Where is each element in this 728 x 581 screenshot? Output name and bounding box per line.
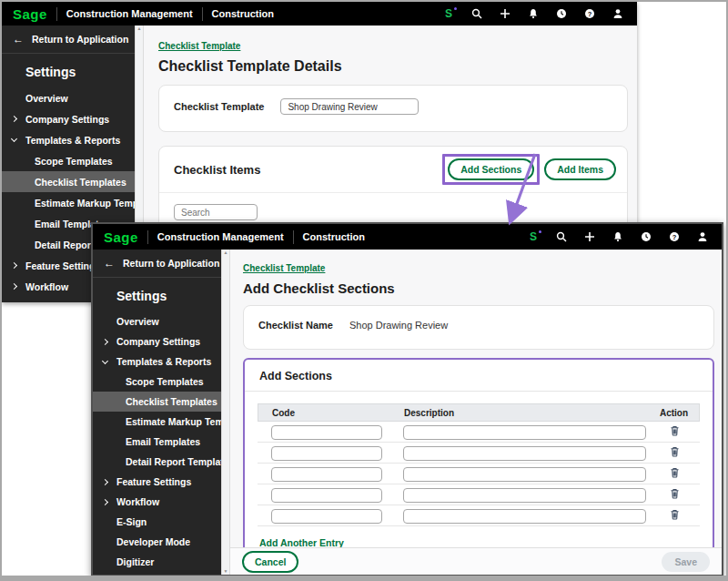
sidebar-item-email-templates[interactable]: Email Templates [93,432,221,452]
account-icon[interactable] [696,230,709,243]
page-title: Add Checklist Sections [243,280,714,296]
table-row [258,464,700,484]
account-icon[interactable] [612,7,624,20]
field-label: Checklist Template [174,101,264,112]
sidebar-item-estimate-markup-templates[interactable]: Estimate Markup Templates [2,192,135,213]
sidebar-item-scope-templates[interactable]: Scope Templates [93,372,221,392]
chevron-right-icon [11,262,17,269]
history-icon[interactable] [640,230,652,243]
sidebar-title: Settings [93,278,221,311]
column-header-action: Action [649,408,699,418]
add-sections-button[interactable]: Add Sections [448,158,534,180]
description-input[interactable] [403,425,646,440]
sidebar-item-e-sign[interactable]: E-Sign [93,512,221,532]
description-input[interactable] [403,446,646,461]
sidebar-item-estimate-markup-templates[interactable]: Estimate Markup Templates [93,412,221,432]
chevron-down-icon [11,136,17,142]
sidebar-item-label: Workflow [116,496,159,507]
module-name[interactable]: Construction [212,8,274,19]
breadcrumb[interactable]: Checklist Template [158,41,240,51]
chevron-right-icon [102,338,108,344]
trash-icon [670,425,680,439]
sidebar-item-company-settings[interactable]: Company Settings [2,108,135,129]
sidebar-item-overview[interactable]: Overview [93,311,221,331]
notifications-icon[interactable] [527,7,540,20]
sage-copilot-icon[interactable]: S [527,230,540,243]
divider [147,230,148,244]
sidebar-item-checklist-templates[interactable]: Checklist Templates [2,171,135,192]
search-icon[interactable] [555,230,568,243]
description-input[interactable] [403,509,646,524]
add-icon[interactable] [583,230,596,243]
front-sidebar-list: OverviewCompany SettingsTemplates & Repo… [93,311,221,572]
code-input[interactable] [271,425,382,440]
description-input[interactable] [403,467,646,482]
delete-row-button[interactable] [670,446,680,460]
cancel-button[interactable]: Cancel [242,551,298,573]
column-header-code: Code [258,408,404,418]
sidebar-item-templates-reports[interactable]: Templates & Reports [93,352,221,372]
sidebar-item-label: Templates & Reports [25,135,120,146]
sidebar-item-label: Digitizer [116,556,154,567]
code-input[interactable] [271,467,382,482]
return-label: Return to Application [123,258,219,269]
sidebar-item-templates-reports[interactable]: Templates & Reports [2,129,135,150]
sidebar-item-label: Scope Templates [35,156,113,167]
help-icon[interactable]: ? [583,7,596,20]
sidebar-item-scope-templates[interactable]: Scope Templates [2,150,135,171]
table-row [258,443,700,464]
sidebar-item-label: Scope Templates [126,376,204,387]
delete-row-button[interactable] [670,488,680,502]
search-input[interactable] [174,204,258,220]
module-name[interactable]: Construction [303,231,365,242]
return-to-application[interactable]: ← Return to Application [2,25,135,54]
save-button[interactable]: Save [662,552,710,572]
page-title: Checklist Template Details [158,58,628,75]
sage-logo: Sage [13,6,47,22]
add-items-button[interactable]: Add Items [544,158,616,180]
trash-icon [670,488,680,502]
sage-copilot-icon[interactable]: S [442,7,455,20]
breadcrumb[interactable]: Checklist Template [243,263,325,273]
sidebar-item-detail-report-templates[interactable]: Detail Report Templates [93,452,221,472]
trash-icon [670,509,680,523]
description-input[interactable] [403,488,646,503]
checklist-name-value: Shop Drawing Review [349,320,448,331]
divider [293,230,294,244]
add-icon[interactable] [499,7,511,20]
help-icon[interactable]: ? [668,230,681,243]
sidebar-item-company-settings[interactable]: Company Settings [93,331,221,352]
sidebar-item-label: Checklist Templates [35,177,126,188]
code-input[interactable] [271,509,382,524]
checklist-template-input[interactable] [280,98,419,115]
history-icon[interactable] [555,7,568,20]
svg-text:?: ? [672,233,677,241]
code-input[interactable] [271,446,382,461]
delete-row-button[interactable] [670,425,680,439]
sidebar-item-label: Detail Report Templates [126,456,221,467]
top-bar: Sage Construction Management Constructio… [93,224,722,250]
sidebar-item-label: Overview [25,93,68,104]
sidebar-item-overview[interactable]: Overview [2,87,135,108]
sidebar-item-checklist-templates[interactable]: Checklist Templates [93,392,221,412]
notifications-icon[interactable] [612,230,624,243]
sidebar-scrollbar[interactable]: ▲▼ [221,250,230,575]
sidebar-item-feature-settings[interactable]: Feature Settings [93,472,221,492]
sidebar-item-developer-mode[interactable]: Developer Mode [93,532,221,552]
topbar-icons: S ? [527,230,713,243]
code-input[interactable] [271,488,382,503]
sidebar-item-label: Developer Mode [116,536,190,547]
return-to-application[interactable]: ← Return to Application [93,250,221,278]
sidebar-item-workflow[interactable]: Workflow [93,492,221,512]
chevron-right-icon [102,498,108,505]
sections-table: Code Description Action [258,403,700,526]
delete-row-button[interactable] [670,509,680,523]
search-icon[interactable] [470,7,483,20]
product-name: Construction Management [66,8,193,19]
delete-row-button[interactable] [670,467,680,481]
sidebar-title: Settings [2,54,135,87]
table-row [258,484,700,505]
sidebar-item-digitizer[interactable]: Digitizer [93,552,221,572]
sidebar-item-label: Company Settings [25,114,109,125]
product-name: Construction Management [157,231,284,242]
